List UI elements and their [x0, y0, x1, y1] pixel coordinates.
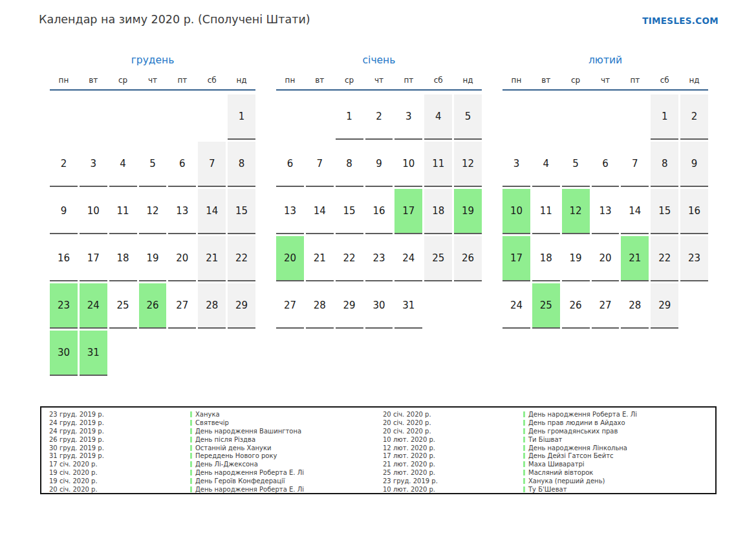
- legend-date: 20 січ. 2020 р.: [383, 419, 523, 428]
- weekday-label-вт: вт: [306, 76, 334, 85]
- legend-holiday-name: День народження Вашингтона: [190, 428, 383, 436]
- day-cell-25: 25: [109, 283, 137, 329]
- legend-holiday-label: Останній день Хануки: [195, 444, 272, 452]
- day-cell-7: 7: [198, 142, 226, 187]
- legend-holiday-label: День прав людини в Айдахо: [528, 419, 625, 426]
- day-cell-16: 16: [50, 236, 78, 281]
- day-cell-2: 2: [50, 142, 78, 187]
- legend-holiday-label: День народження Роберта Е. Лі: [195, 469, 304, 476]
- day-cell-21: 21: [198, 236, 226, 281]
- month-title: грудень: [50, 54, 255, 69]
- weekday-label-сб: сб: [424, 76, 452, 85]
- day-cell-8: 8: [228, 142, 255, 187]
- day-cell-15: 15: [651, 189, 678, 234]
- day-cell-13: 13: [168, 189, 196, 234]
- day-cell-7: 7: [621, 142, 649, 187]
- day-cell-10: 10: [394, 142, 422, 187]
- weekday-label-чт: чт: [365, 76, 393, 85]
- weekday-label-нд: нд: [680, 76, 708, 85]
- day-cell-15: 15: [336, 189, 363, 234]
- day-grid: 1234567891011121314151617181920212223242…: [50, 94, 255, 376]
- legend-column-left: 23 груд. 2019 р.Ханука24 груд. 2019 р.Св…: [49, 411, 383, 493]
- day-cell-11: 11: [109, 189, 137, 234]
- weekday-label-вт: вт: [532, 76, 560, 85]
- day-cell-2: 2: [680, 94, 708, 140]
- calendar-row: грудень пнвтсрчтптсбнд 12345678910111213…: [50, 54, 708, 376]
- weekday-label-пт: пт: [394, 76, 422, 85]
- month-title: лютий: [502, 54, 708, 69]
- legend-date: 23 груд. 2019 р.: [49, 411, 190, 419]
- holiday-marker-icon: [190, 420, 192, 426]
- legend-holiday-name: День народження Роберта Е. Лі: [523, 411, 706, 419]
- legend-holiday-label: Ханука: [195, 411, 220, 418]
- holiday-marker-icon: [190, 445, 192, 451]
- weekday-label-пн: пн: [276, 76, 304, 85]
- day-cell-19: 19: [562, 236, 590, 281]
- legend-date: 20 січ. 2020 р.: [49, 486, 190, 494]
- empty-cell: [424, 283, 452, 329]
- day-cell-1: 1: [228, 94, 255, 140]
- legend-holiday-label: День народження Лінкольна: [528, 444, 627, 452]
- empty-cell: [680, 283, 708, 329]
- day-cell-29: 29: [651, 283, 678, 329]
- legend-holiday-name: День прав людини в Айдахо: [523, 419, 706, 428]
- legend-holiday-name: Ти Бішват: [523, 436, 706, 444]
- empty-cell: [592, 94, 620, 140]
- day-cell-14: 14: [306, 189, 334, 234]
- day-cell-14: 14: [198, 189, 226, 234]
- day-cell-29: 29: [228, 283, 255, 329]
- legend-column-right: 20 січ. 2020 р.День народження Роберта Е…: [383, 411, 706, 493]
- holiday-marker-icon: [523, 411, 525, 417]
- legend-holiday-name: Святвечір: [190, 419, 383, 428]
- empty-cell: [80, 94, 107, 140]
- day-cell-18: 18: [424, 189, 452, 234]
- day-cell-11: 11: [532, 189, 560, 234]
- empty-cell: [454, 283, 482, 329]
- empty-cell: [168, 94, 196, 140]
- empty-cell: [306, 94, 334, 140]
- day-cell-6: 6: [592, 142, 620, 187]
- brand-link[interactable]: TIMESLES.COM: [642, 16, 718, 26]
- day-cell-10: 10: [502, 189, 530, 234]
- empty-cell: [139, 94, 167, 140]
- holiday-marker-icon: [190, 470, 192, 475]
- legend-holiday-name: День Дейзі Гатсон Бейтс: [523, 452, 706, 461]
- legend-holiday-label: Ти Бішват: [528, 436, 562, 443]
- day-cell-20: 20: [276, 236, 304, 281]
- day-cell-12: 12: [139, 189, 167, 234]
- holiday-marker-icon: [523, 453, 525, 459]
- holiday-marker-icon: [190, 453, 192, 459]
- holiday-marker-icon: [523, 445, 525, 451]
- day-cell-19: 19: [139, 236, 167, 281]
- weekday-label-чт: чт: [592, 76, 620, 85]
- empty-cell: [562, 94, 590, 140]
- day-cell-26: 26: [562, 283, 590, 329]
- weekday-label-ср: ср: [562, 76, 590, 85]
- legend-holiday-name: Останній день Хануки: [190, 444, 383, 453]
- legend-date: 17 лют. 2020 р.: [383, 452, 523, 461]
- day-cell-16: 16: [680, 189, 708, 234]
- legend-holiday-label: Переддень Нового року: [195, 452, 277, 459]
- holiday-marker-icon: [523, 428, 525, 434]
- weekday-label-сб: сб: [198, 76, 226, 85]
- day-cell-31: 31: [394, 283, 422, 329]
- day-cell-18: 18: [109, 236, 137, 281]
- day-cell-31: 31: [80, 331, 107, 376]
- day-cell-7: 7: [306, 142, 334, 187]
- day-cell-28: 28: [198, 283, 226, 329]
- day-cell-16: 16: [365, 189, 393, 234]
- legend-holiday-label: День Лі-Джексона: [195, 461, 258, 468]
- day-cell-20: 20: [168, 236, 196, 281]
- empty-cell: [109, 94, 137, 140]
- day-cell-5: 5: [139, 142, 167, 187]
- legend-date: 20 січ. 2020 р.: [383, 428, 523, 436]
- legend-holiday-label: Масляний вівторок: [528, 469, 593, 476]
- day-cell-9: 9: [680, 142, 708, 187]
- legend-date: 21 лют. 2020 р.: [383, 461, 523, 469]
- legend-date: 12 лют. 2020 р.: [383, 444, 523, 453]
- weekday-label-пт: пт: [168, 76, 196, 85]
- day-cell-28: 28: [621, 283, 649, 329]
- page-title: Календар на зиму 2020 р. (Сполучені Штат…: [39, 13, 310, 26]
- day-cell-1: 1: [336, 94, 363, 140]
- day-cell-17: 17: [394, 189, 422, 234]
